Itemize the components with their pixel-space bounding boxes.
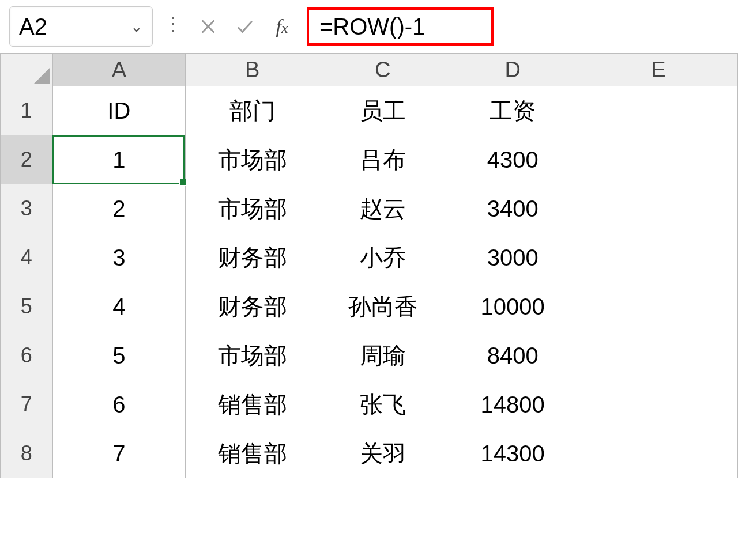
cell-reference: A2 xyxy=(19,14,47,40)
row-header-8[interactable]: 8 xyxy=(1,429,53,478)
table-row: 4 3 财务部 小乔 3000 xyxy=(1,233,738,282)
cell-E2[interactable] xyxy=(579,135,737,184)
row-header-2[interactable]: 2 xyxy=(1,135,53,184)
column-header-A[interactable]: A xyxy=(52,54,185,86)
insert-function-button[interactable]: fx xyxy=(268,12,296,41)
cell-C3[interactable]: 赵云 xyxy=(319,184,446,233)
cell-B4[interactable]: 财务部 xyxy=(185,233,319,282)
divider-icon: ⋮ xyxy=(163,14,183,39)
cell-B8[interactable]: 销售部 xyxy=(185,429,319,478)
formula-bar-controls: fx xyxy=(194,7,296,46)
column-header-D[interactable]: D xyxy=(446,54,579,86)
formula-bar: A2 ⌄ ⋮ fx =ROW()-1 xyxy=(0,0,738,53)
row-header-7[interactable]: 7 xyxy=(1,380,53,429)
cell-C7[interactable]: 张飞 xyxy=(319,380,446,429)
table-row: 6 5 市场部 周瑜 8400 xyxy=(1,331,738,380)
row-header-4[interactable]: 4 xyxy=(1,233,53,282)
cell-E6[interactable] xyxy=(579,331,737,380)
row-header-6[interactable]: 6 xyxy=(1,331,53,380)
cell-E4[interactable] xyxy=(579,233,737,282)
cell-D2[interactable]: 4300 xyxy=(446,135,579,184)
spreadsheet-grid: A B C D E 1 ID 部门 员工 工资 2 1 市场部 吕布 4300 … xyxy=(0,53,738,478)
cell-A3[interactable]: 2 xyxy=(52,184,185,233)
cell-A5[interactable]: 4 xyxy=(52,282,185,331)
cell-A2[interactable]: 1 xyxy=(52,135,185,184)
cell-D8[interactable]: 14300 xyxy=(446,429,579,478)
cell-A8[interactable]: 7 xyxy=(52,429,185,478)
row-header-1[interactable]: 1 xyxy=(1,86,53,135)
enter-icon[interactable] xyxy=(231,12,259,41)
formula-input[interactable]: =ROW()-1 xyxy=(307,7,494,46)
column-header-C[interactable]: C xyxy=(319,54,446,86)
chevron-down-icon[interactable]: ⌄ xyxy=(130,18,143,36)
cell-B6[interactable]: 市场部 xyxy=(185,331,319,380)
column-header-row: A B C D E xyxy=(1,54,738,86)
cell-D5[interactable]: 10000 xyxy=(446,282,579,331)
cell-A1[interactable]: ID xyxy=(52,86,185,135)
cell-E7[interactable] xyxy=(579,380,737,429)
cell-B3[interactable]: 市场部 xyxy=(185,184,319,233)
cell-E3[interactable] xyxy=(579,184,737,233)
formula-text: =ROW()-1 xyxy=(319,14,425,40)
cell-A7[interactable]: 6 xyxy=(52,380,185,429)
cancel-icon[interactable] xyxy=(194,12,223,41)
column-header-E[interactable]: E xyxy=(579,54,737,86)
cell-C5[interactable]: 孙尚香 xyxy=(319,282,446,331)
table-row: 1 ID 部门 员工 工资 xyxy=(1,86,738,135)
cell-B2[interactable]: 市场部 xyxy=(185,135,319,184)
row-header-5[interactable]: 5 xyxy=(1,282,53,331)
cell-D4[interactable]: 3000 xyxy=(446,233,579,282)
select-all-corner[interactable] xyxy=(1,54,53,86)
fx-icon: fx xyxy=(276,16,288,37)
cell-C1[interactable]: 员工 xyxy=(319,86,446,135)
cell-C2[interactable]: 吕布 xyxy=(319,135,446,184)
cell-E8[interactable] xyxy=(579,429,737,478)
cell-D7[interactable]: 14800 xyxy=(446,380,579,429)
cell-E5[interactable] xyxy=(579,282,737,331)
table-row: 8 7 销售部 关羽 14300 xyxy=(1,429,738,478)
cell-B5[interactable]: 财务部 xyxy=(185,282,319,331)
cell-D3[interactable]: 3400 xyxy=(446,184,579,233)
cell-B7[interactable]: 销售部 xyxy=(185,380,319,429)
cell-D1[interactable]: 工资 xyxy=(446,86,579,135)
cell-A6[interactable]: 5 xyxy=(52,331,185,380)
name-box[interactable]: A2 ⌄ xyxy=(9,6,153,47)
column-header-B[interactable]: B xyxy=(185,54,319,86)
cell-E1[interactable] xyxy=(579,86,737,135)
grid-table: A B C D E 1 ID 部门 员工 工资 2 1 市场部 吕布 4300 … xyxy=(0,53,738,478)
cell-B1[interactable]: 部门 xyxy=(185,86,319,135)
table-row: 5 4 财务部 孙尚香 10000 xyxy=(1,282,738,331)
table-row: 3 2 市场部 赵云 3400 xyxy=(1,184,738,233)
table-row: 7 6 销售部 张飞 14800 xyxy=(1,380,738,429)
cell-D6[interactable]: 8400 xyxy=(446,331,579,380)
cell-C6[interactable]: 周瑜 xyxy=(319,331,446,380)
table-row: 2 1 市场部 吕布 4300 xyxy=(1,135,738,184)
row-header-3[interactable]: 3 xyxy=(1,184,53,233)
cell-C8[interactable]: 关羽 xyxy=(319,429,446,478)
cell-C4[interactable]: 小乔 xyxy=(319,233,446,282)
cell-A4[interactable]: 3 xyxy=(52,233,185,282)
